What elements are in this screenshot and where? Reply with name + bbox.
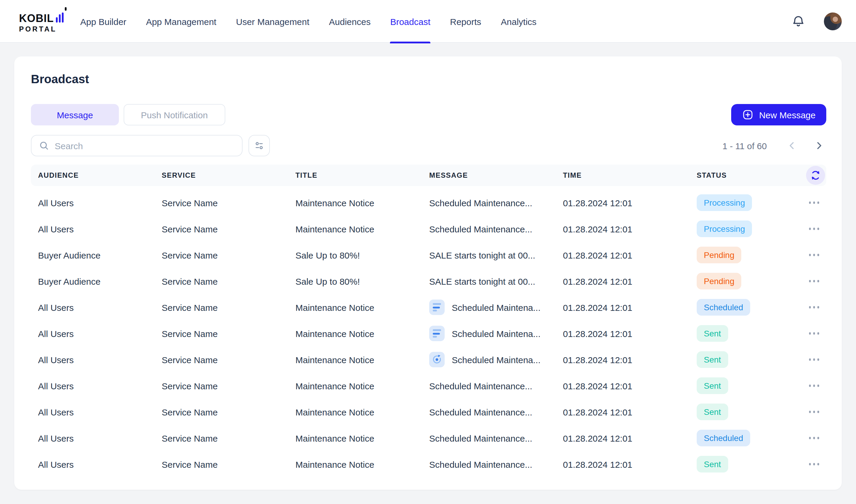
row-actions-button[interactable] — [806, 277, 821, 286]
cell-message: Scheduled Maintenance... — [429, 433, 563, 443]
row-actions-button[interactable] — [806, 408, 821, 417]
prev-page-button[interactable] — [785, 139, 799, 153]
message-text: Scheduled Maintena... — [452, 302, 541, 312]
nav-item-audiences[interactable]: Audiences — [329, 0, 371, 43]
cell-time: 01.28.2024 12:01 — [563, 407, 697, 417]
notifications-bell-button[interactable] — [791, 14, 806, 29]
cell-service: Service Name — [162, 276, 296, 286]
cell-actions — [799, 460, 826, 469]
cell-actions — [799, 381, 826, 391]
nav-item-user-management[interactable]: User Management — [236, 0, 309, 43]
cell-audience: All Users — [38, 198, 162, 208]
message-text: Scheduled Maintenance... — [429, 433, 532, 443]
cell-audience: All Users — [38, 302, 162, 312]
cell-title: Sale Up to 80%! — [296, 250, 429, 260]
cell-title: Sale Up to 80%! — [296, 276, 429, 286]
table-row: All UsersService NameMaintenance NoticeS… — [31, 399, 826, 425]
table-row: All UsersService NameMaintenance NoticeS… — [31, 294, 826, 320]
cell-audience: Buyer Audience — [38, 276, 162, 286]
column-header-service: SERVICE — [162, 171, 296, 179]
cell-title: Maintenance Notice — [296, 328, 429, 339]
table-row: All UsersService NameMaintenance NoticeS… — [31, 216, 826, 242]
tab-push-notification[interactable]: Push Notification — [124, 104, 225, 125]
cell-time: 01.28.2024 12:01 — [563, 198, 697, 208]
plus-square-icon — [742, 109, 754, 121]
table-row: Buyer AudienceService NameSale Up to 80%… — [31, 268, 826, 294]
cell-time: 01.28.2024 12:01 — [563, 302, 697, 312]
column-header-message: MESSAGE — [429, 171, 563, 179]
search-row: 1 - 11 of 60 — [31, 135, 826, 156]
cell-audience: Buyer Audience — [38, 250, 162, 260]
nav-item-broadcast[interactable]: Broadcast — [390, 0, 430, 43]
page-title: Broadcast — [31, 71, 826, 87]
cell-title: Maintenance Notice — [296, 302, 429, 312]
cell-message: SALE starts tonight at 00... — [429, 276, 563, 286]
table-row: All UsersService NameMaintenance NoticeS… — [31, 425, 826, 451]
message-text: SALE starts tonight at 00... — [429, 250, 535, 260]
cell-time: 01.28.2024 12:01 — [563, 328, 697, 339]
row-actions-button[interactable] — [806, 198, 821, 208]
message-text: SALE starts tonight at 00... — [429, 276, 535, 286]
row-actions-button[interactable] — [806, 460, 821, 469]
nav-item-reports[interactable]: Reports — [450, 0, 481, 43]
cell-actions — [799, 251, 826, 260]
cell-service: Service Name — [162, 433, 296, 443]
brand-subtitle: PORTAL — [19, 25, 66, 33]
row-actions-button[interactable] — [806, 355, 821, 364]
table-row: All UsersService NameMaintenance NoticeS… — [31, 190, 826, 216]
cell-time: 01.28.2024 12:01 — [563, 276, 697, 286]
cell-time: 01.28.2024 12:01 — [563, 250, 697, 260]
cell-time: 01.28.2024 12:01 — [563, 224, 697, 234]
history-clock-icon — [431, 354, 443, 365]
cell-audience: All Users — [38, 407, 162, 417]
message-text: Scheduled Maintena... — [452, 355, 541, 365]
cell-message: Scheduled Maintenance... — [429, 381, 563, 391]
message-text: Scheduled Maintena... — [452, 328, 541, 339]
cell-message: Scheduled Maintenance... — [429, 224, 563, 234]
tab-message[interactable]: Message — [31, 104, 119, 125]
cell-message: Scheduled Maintena... — [429, 326, 563, 341]
cell-actions — [799, 408, 826, 417]
row-actions-button[interactable] — [806, 434, 821, 443]
row-actions-button[interactable] — [806, 329, 821, 338]
broadcast-table: AUDIENCE SERVICE TITLE MESSAGE TIME STAT… — [31, 165, 826, 477]
search-icon — [39, 140, 49, 151]
row-actions-button[interactable] — [806, 381, 821, 391]
cell-service: Service Name — [162, 459, 296, 469]
cell-audience: All Users — [38, 355, 162, 365]
cell-audience: All Users — [38, 381, 162, 391]
filter-button[interactable] — [249, 135, 270, 156]
new-message-button[interactable]: New Message — [731, 104, 826, 125]
new-message-label: New Message — [759, 110, 816, 120]
table-body: All UsersService NameMaintenance NoticeS… — [31, 186, 826, 477]
table-row: Buyer AudienceService NameSale Up to 80%… — [31, 242, 826, 268]
row-actions-button[interactable] — [806, 224, 821, 234]
chevron-right-icon — [814, 140, 824, 151]
cell-status: Sent — [697, 403, 799, 420]
cell-title: Maintenance Notice — [296, 381, 429, 391]
cell-audience: All Users — [38, 224, 162, 234]
nav-item-app-management[interactable]: App Management — [146, 0, 216, 43]
search-input[interactable] — [55, 141, 235, 151]
cell-status: Sent — [697, 456, 799, 472]
cell-time: 01.28.2024 12:01 — [563, 355, 697, 365]
cell-message: Scheduled Maintena... — [429, 300, 563, 315]
user-avatar[interactable] — [824, 13, 842, 30]
cell-actions — [799, 303, 826, 312]
top-nav-bar: KOBIL PORTAL App Builder App Management … — [0, 0, 856, 43]
cell-status: Scheduled — [697, 299, 799, 316]
next-page-button[interactable] — [812, 139, 826, 153]
cell-time: 01.28.2024 12:01 — [563, 381, 697, 391]
refresh-button[interactable] — [806, 166, 825, 185]
status-badge: Scheduled — [697, 430, 750, 446]
table-row: All UsersService NameMaintenance NoticeS… — [31, 451, 826, 477]
brand-logo[interactable]: KOBIL PORTAL — [19, 10, 66, 33]
nav-item-analytics[interactable]: Analytics — [501, 0, 536, 43]
cell-status: Sent — [697, 377, 799, 394]
row-actions-button[interactable] — [806, 251, 821, 260]
nav-item-app-builder[interactable]: App Builder — [80, 0, 126, 43]
cell-status: Scheduled — [697, 430, 799, 446]
row-actions-button[interactable] — [806, 303, 821, 312]
status-badge: Sent — [697, 351, 728, 368]
toolbar-row: Message Push Notification New Message — [31, 104, 826, 125]
